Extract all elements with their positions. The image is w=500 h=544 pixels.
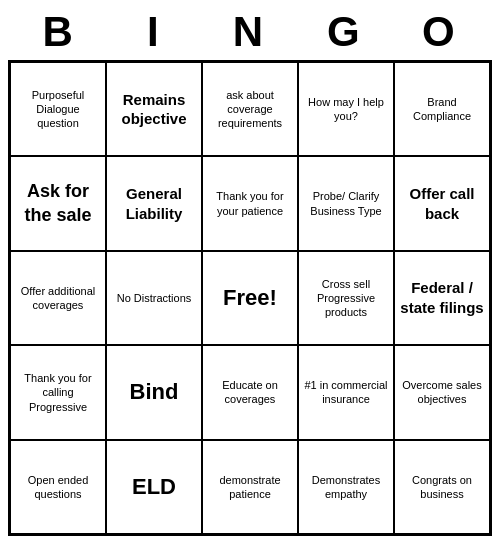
bingo-cell-23: Demonstrates empathy [298,440,394,534]
bingo-cell-16: Bind [106,345,202,439]
bingo-cell-19: Overcome sales objectives [394,345,490,439]
bingo-cell-3: How may I help you? [298,62,394,156]
bingo-cell-21: ELD [106,440,202,534]
title-i: I [107,8,202,56]
bingo-cell-8: Probe/ Clarify Business Type [298,156,394,250]
bingo-cell-17: Educate on coverages [202,345,298,439]
title-n: N [202,8,297,56]
bingo-cell-6: General Liability [106,156,202,250]
title-g: G [298,8,393,56]
bingo-cell-12: Free! [202,251,298,345]
title-b: B [12,8,107,56]
bingo-cell-22: demonstrate patience [202,440,298,534]
bingo-cell-24: Congrats on business [394,440,490,534]
title-o: O [393,8,488,56]
bingo-cell-2: ask about coverage requirements [202,62,298,156]
bingo-cell-4: Brand Compliance [394,62,490,156]
bingo-title: B I N G O [8,8,492,56]
bingo-grid: Purposeful Dialogue questionRemains obje… [8,60,492,536]
bingo-cell-14: Federal / state filings [394,251,490,345]
bingo-cell-7: Thank you for your patience [202,156,298,250]
bingo-cell-11: No Distractions [106,251,202,345]
bingo-cell-1: Remains objective [106,62,202,156]
bingo-cell-9: Offer call back [394,156,490,250]
bingo-cell-20: Open ended questions [10,440,106,534]
bingo-cell-13: Cross sell Progressive products [298,251,394,345]
bingo-cell-0: Purposeful Dialogue question [10,62,106,156]
bingo-cell-15: Thank you for calling Progressive [10,345,106,439]
bingo-cell-18: #1 in commercial insurance [298,345,394,439]
bingo-cell-10: Offer additional coverages [10,251,106,345]
bingo-cell-5: Ask for the sale [10,156,106,250]
